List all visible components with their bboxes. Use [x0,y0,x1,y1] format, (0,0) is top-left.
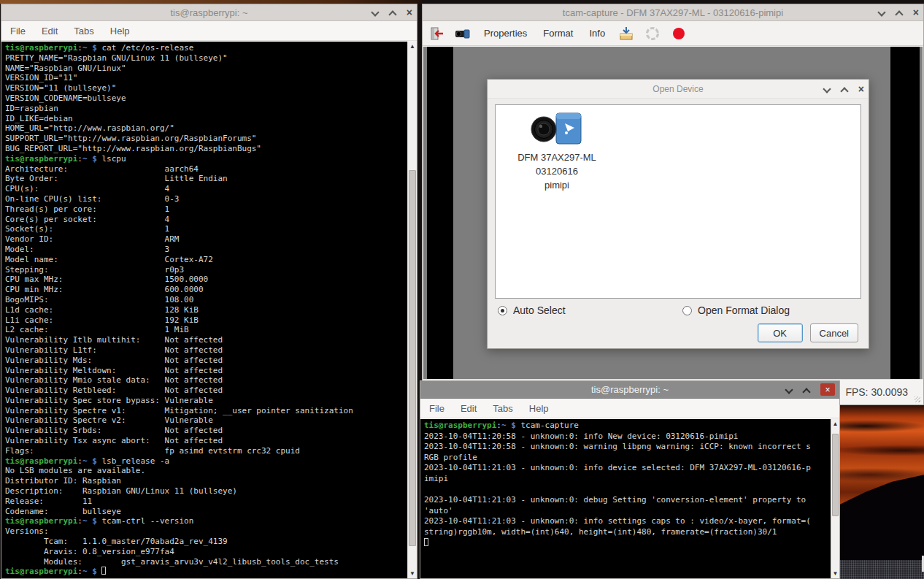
format-button[interactable]: Format [540,26,576,40]
terminal-line: Byte Order: Little Endian [5,174,407,184]
open-device-dialog: Open Device × DFM 37AX297-ML [487,79,869,349]
shade-icon[interactable] [785,386,793,394]
terminal-line: On-line CPU(s) list: 0-3 [5,194,407,204]
scroll-down-icon[interactable]: ▼ [831,570,839,577]
terminal-line: tis@raspberrypi:~ $ lscpu [5,154,407,164]
terminal-line: tis@raspberrypi:~ $ lsb_release -a [5,456,407,467]
terminal-left-scrollbar[interactable]: ▲ ▼ [407,42,417,578]
terminal-line: CPU(s): 4 [5,184,407,194]
device-list-item[interactable]: DFM 37AX297-ML 03120616 pimipi [509,111,605,192]
shutter-icon-svg [645,26,660,41]
terminal-line: Vulnerability Itlb multihit: Not affecte… [5,335,407,345]
exit-icon[interactable] [428,26,444,42]
maximize-icon[interactable] [803,386,810,394]
menu-help[interactable]: Help [529,403,549,414]
terminal-bottom-title: tis@raspberrypi: ~ [591,384,669,395]
shade-icon[interactable] [878,9,885,16]
terminal-line: Distributor ID: Raspbian [5,476,407,486]
close-icon[interactable]: × [820,383,835,396]
terminal-line: ID=raspbian [5,104,407,114]
dialog-titlebar[interactable]: Open Device × [488,80,869,99]
maximize-icon[interactable] [896,9,903,16]
maximize-icon[interactable] [841,85,848,93]
terminal-line: BogoMIPS: 108.00 [5,295,407,305]
record-icon[interactable] [671,26,687,42]
scroll-up-icon[interactable]: ▲ [831,421,839,427]
terminal-left-titlebar[interactable]: tis@raspberrypi: ~ × [1,4,417,21]
mountain-silhouette [840,405,924,579]
menu-tabs[interactable]: Tabs [493,403,512,414]
info-button[interactable]: Info [586,26,608,40]
terminal-line: Socket(s): 1 [5,224,407,234]
device-model: DFM 37AX297-ML [509,150,605,164]
terminal-line: BUG_REPORT_URL="http://www.raspbian.org/… [5,144,407,154]
terminal-line: Description: Raspbian GNU/Linux 11 (bull… [5,486,407,496]
radio-checked-icon[interactable] [498,306,507,315]
close-icon[interactable]: × [407,9,412,16]
terminal-line: Codename: bullseye [5,507,407,517]
terminal-line: 2023-10-04T11:20:58 - unknown:0: warning… [424,442,831,453]
open-format-dialog-option[interactable]: Open Format Dialog [682,304,790,316]
shade-icon[interactable] [371,9,379,16]
close-icon[interactable]: × [858,85,864,93]
tcam-window-title: tcam-capture - DFM 37AX297-ML - 03120616… [563,7,783,18]
auto-select-option[interactable]: Auto Select [498,304,566,316]
save-image-icon[interactable] [618,26,634,42]
menu-edit[interactable]: Edit [42,26,58,37]
terminal-left-output: tis@raspberrypi:~ $ cat /etc/os-releaseP… [1,42,407,578]
terminal-line: Vulnerability Spec store bypass: Vulnera… [5,396,407,406]
menu-file[interactable]: File [10,26,26,37]
scroll-up-icon[interactable]: ▲ [408,43,417,50]
terminal-line: Release: 11 [5,496,407,507]
terminal-line: ID_LIKE=debian [5,114,407,124]
cancel-button[interactable]: Cancel [810,323,858,342]
terminal-line: Modules: gst_aravis_arvu3v_v4l2_libusb_t… [5,557,407,567]
terminal-line: Vulnerability Tsx async abort: Not affec… [5,436,407,446]
menu-edit[interactable]: Edit [461,403,477,414]
terminal-line: Architecture: aarch64 [5,164,407,175]
video-black-bar-right [890,47,920,379]
scrollbar-thumb[interactable] [409,170,416,546]
terminal-line: 'auto' [424,506,831,517]
device-type: pimipi [509,178,605,192]
terminal-line: Flags: fp asimd evtstrm crc32 cpuid [5,446,407,456]
resize-grip[interactable] [915,396,920,402]
terminal-window-bottom: tis@raspberrypi: ~ × File Edit Tabs Help… [420,380,840,579]
terminal-line: L1i cache: 192 KiB [5,315,407,326]
terminal-line: Vulnerability L1tf: Not affected [5,345,407,356]
terminal-line: SUPPORT_URL="http://www.raspbian.org/Ras… [5,134,407,144]
terminal-window-left: tis@raspberrypi: ~ × File Edit Tabs Help… [1,4,417,579]
menu-file[interactable]: File [429,403,444,414]
industrial-camera-icon [530,111,584,147]
menu-help[interactable]: Help [110,26,130,37]
terminal-left-menubar: File Edit Tabs Help [1,21,417,41]
terminal-cursor [424,538,428,546]
terminal-line: 2023-10-04T11:21:03 - unknown:0: debug S… [424,495,831,506]
terminal-line: Model name: Cortex-A72 [5,255,407,265]
terminal-bottom-scrollbar[interactable]: ▲ ▼ [831,419,839,578]
device-list: DFM 37AX297-ML 03120616 pimipi [495,104,861,299]
terminal-line: Stepping: r0p3 [5,265,407,275]
radio-unchecked-icon[interactable] [682,306,692,315]
terminal-line: 2023-10-04T11:21:03 - unknown:0: info se… [424,516,831,527]
desktop: tcam-capture - DFM 37AX297-ML - 03120616… [0,0,924,579]
ok-button[interactable]: OK [758,323,803,342]
camera-icon[interactable] [455,26,471,42]
menu-tabs[interactable]: Tabs [74,26,93,37]
shade-icon[interactable] [823,85,831,93]
close-icon[interactable]: × [913,9,919,16]
maximize-icon[interactable] [389,9,396,16]
terminal-line: Versions: [5,526,407,537]
terminal-bottom-titlebar[interactable]: tis@raspberrypi: ~ × [420,381,839,399]
terminal-line: 2023-10-04T11:21:03 - unknown:0: info de… [424,463,831,474]
terminal-line: HOME_URL="http://www.raspbian.org/" [5,123,407,134]
tcam-titlebar[interactable]: tcam-capture - DFM 37AX297-ML - 03120616… [423,4,923,21]
shutter-icon[interactable] [644,26,661,42]
terminal-line: string)rggb10m, width=(int)640, height=(… [424,527,831,538]
terminal-cursor [101,567,106,575]
terminal-bottom-menubar: File Edit Tabs Help [420,399,839,418]
scrollbar-thumb[interactable] [832,434,839,516]
properties-button[interactable]: Properties [481,26,530,40]
fps-readout: FPS: 30.0093 [845,386,923,398]
scroll-down-icon[interactable]: ▼ [408,570,417,577]
